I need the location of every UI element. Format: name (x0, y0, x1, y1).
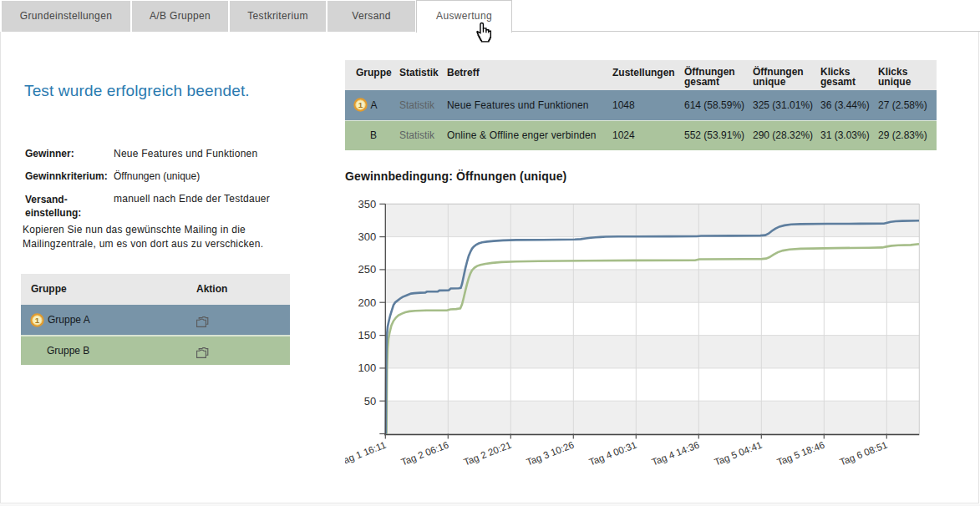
svg-text:350: 350 (358, 198, 377, 210)
svg-text:Tag 2 06:16: Tag 2 06:16 (399, 439, 449, 467)
svg-text:Tag 3 10:26: Tag 3 10:26 (525, 439, 575, 467)
svg-text:300: 300 (358, 230, 377, 243)
svg-text:50: 50 (364, 395, 376, 407)
svg-text:Tag 4 14:36: Tag 4 14:36 (650, 439, 700, 467)
svg-text:Tag 5 18:46: Tag 5 18:46 (775, 439, 825, 467)
svg-text:1: 1 (35, 315, 40, 324)
svg-text:Tag 1 16:11: Tag 1 16:11 (345, 439, 388, 467)
svg-text:Tag 4 00:31: Tag 4 00:31 (587, 439, 637, 467)
svg-text:Tag 5 04:41: Tag 5 04:41 (713, 439, 763, 467)
svg-text:200: 200 (358, 296, 377, 309)
svg-text:150: 150 (358, 329, 377, 342)
svg-text:250: 250 (358, 263, 377, 276)
svg-text:Tag 2 20:21: Tag 2 20:21 (462, 439, 512, 467)
svg-text:Tag 6 08:51: Tag 6 08:51 (838, 439, 888, 467)
svg-text:100: 100 (358, 362, 377, 374)
svg-text:1: 1 (358, 100, 363, 109)
